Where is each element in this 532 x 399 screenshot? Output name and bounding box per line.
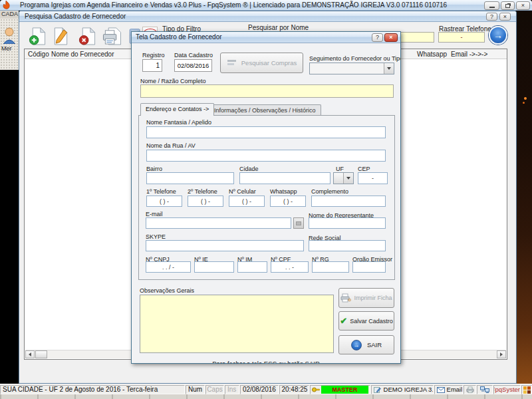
celular-label: Nº Celular [229, 188, 256, 196]
dialog-title: Tela Cadastro de Fornecedor [136, 33, 222, 41]
whatsapp-input[interactable]: ( ) - [270, 196, 306, 207]
telefone2-label: 2º Telefone [188, 188, 217, 196]
printer-icon [340, 293, 351, 303]
status-location: SUA CIDADE - UF 2 de Agosto de 2016 - Te… [0, 385, 185, 394]
screen: CADA Mer Programa Igrejas com Agenda Fin… [0, 0, 532, 399]
representante-input[interactable] [309, 217, 386, 229]
print-list-button[interactable] [102, 27, 122, 45]
fantasia-input[interactable] [146, 126, 386, 138]
search-go-button[interactable]: → [489, 26, 507, 45]
fpqsystem-logo-icon [523, 386, 531, 394]
purchases-list-icon [227, 59, 237, 67]
app-titlebar: Programa Igrejas com Agenda Financeiro e… [0, 0, 532, 11]
sair-button[interactable]: → SAIR [338, 335, 394, 354]
email-send-button[interactable] [293, 217, 304, 229]
rua-input[interactable] [146, 150, 386, 162]
chevron-down-icon [343, 173, 353, 184]
status-insert: Ins [225, 385, 239, 394]
cnpj-input[interactable]: . . / - [146, 261, 191, 273]
person-icon[interactable] [2, 27, 17, 44]
cidade-input[interactable] [239, 172, 331, 184]
status-email[interactable]: Email [434, 385, 463, 394]
delete-record-button[interactable] [77, 27, 97, 45]
cpf-input[interactable]: . . - [271, 261, 309, 273]
data-cadastro-label: Data Cadastro [174, 52, 213, 59]
skype-input[interactable] [146, 240, 304, 251]
check-icon: ✔ [340, 316, 347, 326]
status-user: MASTER [310, 385, 370, 394]
complemento-label: Complemento [311, 188, 348, 196]
rg-input[interactable] [312, 261, 349, 273]
telefone1-label: 1º Telefone [146, 188, 176, 196]
status-date: 02/08/2016 [240, 385, 279, 394]
status-network[interactable] [477, 385, 493, 394]
close-button[interactable]: × [516, 1, 530, 10]
pesquisar-compras-button[interactable]: Pesquisar Compras [220, 53, 303, 73]
email-input[interactable] [146, 217, 291, 229]
desktop-spark-icon [524, 97, 527, 100]
printer-icon [466, 386, 474, 393]
imprimir-ficha-button[interactable]: Imprimir Ficha [338, 288, 394, 308]
scroll-right-button[interactable] [497, 350, 506, 358]
scroll-left-button[interactable] [25, 350, 35, 358]
nome-razao-input[interactable] [140, 84, 394, 98]
column-header-codigo: Código [28, 51, 49, 59]
app-black-background [0, 70, 19, 384]
user-badge: MASTER [321, 386, 368, 394]
telefone1-input[interactable]: ( ) - [146, 196, 182, 207]
supplier-form-dialog: Tela Cadastro de Fornecedor ? × Registro… [131, 31, 401, 364]
desktop-wallpaper [517, 11, 532, 384]
status-app-logo [521, 385, 532, 394]
search-window-titlebar: Pesquisa Cadastro de Fornecedor ? × [19, 11, 516, 22]
background-window-title: CADA [0, 11, 19, 19]
tab-enderecos[interactable]: Endereço e Contatos -> [140, 103, 214, 116]
orgao-emissor-input[interactable] [352, 261, 386, 273]
restore-button[interactable] [501, 1, 515, 10]
registro-input[interactable]: 1 [142, 59, 162, 72]
close-window-button[interactable]: × [499, 13, 511, 21]
minimize-button[interactable] [484, 1, 499, 10]
email-icon [437, 387, 445, 393]
dialog-help-button[interactable]: ? [372, 33, 383, 42]
uf-dropdown[interactable] [333, 172, 354, 184]
status-capslock: Caps [205, 385, 224, 394]
whatsapp-label: Whatsapp [270, 188, 297, 196]
help-button[interactable]: ? [486, 13, 497, 21]
observacoes-label: Observações Gerais [140, 287, 194, 295]
celular-input[interactable]: ( ) - [229, 196, 265, 207]
data-cadastro-input[interactable]: 02/08/2016 [174, 59, 212, 72]
app-logo-icon [2, 1, 11, 9]
tab-informacoes[interactable]: Informações / Observações / Histórico [209, 104, 321, 116]
chevron-down-icon [384, 63, 394, 74]
tab-panel-enderecos: Nome Fantasia / Apelido Nome da Rua / AV… [138, 115, 395, 280]
rede-social-input[interactable] [309, 240, 386, 251]
bairro-input[interactable] [146, 172, 234, 184]
dialog-close-button[interactable]: × [384, 33, 398, 42]
telefone2-input[interactable]: ( ) - [188, 196, 223, 207]
scroll-thumb[interactable] [35, 350, 47, 358]
trace-phone-input[interactable]: - [438, 32, 485, 43]
column-header-nome: Nome do Fornecedor [51, 51, 114, 59]
im-input[interactable] [237, 261, 267, 273]
statusbar: SUA CIDADE - UF 2 de Agosto de 2016 - Te… [0, 384, 532, 394]
network-computers-icon [480, 386, 489, 393]
desktop-spark-icon [523, 102, 525, 104]
registro-label: Registro [142, 52, 165, 59]
complemento-input[interactable] [311, 196, 386, 207]
background-menu-sliver: Mer [0, 19, 19, 70]
seguimento-dropdown[interactable] [309, 63, 394, 74]
salvar-cadastro-button[interactable]: ✔ Salvar Cadastro [338, 311, 394, 331]
ie-input[interactable] [194, 261, 234, 273]
edit-record-button[interactable] [51, 27, 70, 45]
rua-label: Nome da Rua / AV [146, 142, 196, 150]
database-edit-icon [374, 386, 381, 394]
cep-input[interactable]: - [358, 172, 388, 184]
add-record-button[interactable] [27, 27, 47, 45]
seguimento-label: Seguimento do Fornecedor ou Tipo [309, 55, 401, 63]
observacoes-textarea[interactable] [140, 295, 334, 353]
status-printer[interactable] [464, 385, 477, 394]
bottom-edge-strip [0, 394, 532, 399]
status-brand: FpqSystem [493, 385, 521, 394]
fantasia-label: Nome Fantasia / Apelido [146, 119, 211, 126]
app-title: Programa Igrejas com Agenda Financeiro e… [20, 1, 447, 9]
